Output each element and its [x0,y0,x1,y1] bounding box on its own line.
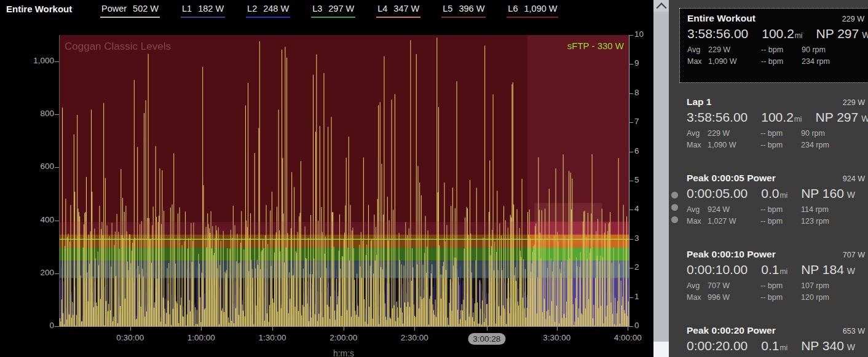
y-axis-left-tick [55,61,59,62]
card-max-row: Max996 W-- bpm120 rpm [687,293,867,302]
y-axis-right-tick-label: 1 [634,292,639,301]
card-np-unit: W [861,114,868,124]
legend-item-label: L5 [443,4,452,14]
card-title: Peak 0:00:20 Power [687,325,776,336]
stat-heart-rate: -- bpm [760,217,801,226]
card-max-row: Max1,090 W-- bpm234 rpm [687,57,867,66]
summary-card[interactable]: Entire Workout229 W3:58:56.00100.2miNP 2… [679,8,868,83]
stat-cadence: 107 rpm [801,281,829,290]
summary-card[interactable]: Lap 1229 W3:58:56.00100.2miNP 297WAvg229… [679,92,868,162]
legend-item-label: L3 [312,4,322,14]
x-axis-tick-label: 1:00:00 [187,333,215,342]
card-np-unit: W [847,266,855,276]
legend-item-l6[interactable]: L61,090 W [507,2,558,18]
card-title: Lap 1 [687,96,711,108]
stat-power: 1,090 W [708,57,761,66]
legend-item-l5[interactable]: L5396 W [441,2,486,18]
card-title: Entire Workout [687,13,756,24]
stat-heart-rate: -- bpm [760,281,801,290]
selection-scope-label[interactable]: Entire Workout [6,4,72,14]
y-axis-right-tick [629,210,633,210]
power-chart-plot: Coggan Classic Levels sFTP - 330 W [59,35,629,327]
card-headline-value: 229 W [843,98,867,107]
legend-item-value: 182 W [198,4,224,14]
stat-heart-rate: -- bpm [760,293,801,302]
card-distance: 0.1mi [761,339,787,353]
card-distance-unit: mi [779,267,787,276]
card-duration: 0:00:05.00 [687,186,748,201]
x-axis-tick-label: 1:30:00 [258,333,286,342]
y-axis-left-tick-label: 200 [23,268,54,277]
stat-power: 924 W [708,205,760,214]
y-axis-right-tick [629,326,633,327]
y-axis-right-tick-label: 0 [634,321,639,330]
card-np: NP 297W [816,110,868,125]
y-axis-right-tick [629,93,633,94]
legend-item-label: L2 [247,4,257,14]
y-axis-right-tick-label: 6 [634,146,639,155]
y-axis-left-tick [55,273,59,274]
scroll-up-button[interactable] [653,0,669,12]
card-summary-row: 0:00:10.000.1miNP 184W [687,262,867,277]
legend-item-label: Power [101,4,127,14]
card-distance: 0.1mi [761,262,787,277]
y-axis-right-tick-label: 9 [634,58,639,68]
chart-header: Entire Workout Power502 WL1182 WL2248 WL… [0,0,653,20]
legend-item-l2[interactable]: L2248 W [246,2,290,18]
legend-item-l3[interactable]: L3297 W [311,2,355,18]
stat-power: 707 W [708,281,760,290]
x-axis-tick [414,327,415,331]
summary-card[interactable]: Peak 0:00:10 Power707 W0:00:10.000.1miNP… [679,245,868,315]
panel-splitter-grip[interactable] [671,192,680,223]
legend-item-power[interactable]: Power502 W [100,2,160,18]
x-axis-tick [487,327,487,331]
y-axis-right-tick [629,268,633,269]
stat-cadence: 90 rpm [801,129,825,138]
card-np: NP 340W [801,339,855,353]
legend-item-l4[interactable]: L4347 W [376,2,420,18]
y-axis-right-tick-label: 10 [634,29,644,39]
card-distance-unit: mi [795,31,803,40]
sftp-label: sFTP - 330 W [567,41,624,51]
summary-sidebar: Entire Workout229 W3:58:56.00100.2miNP 2… [669,0,868,357]
stat-label: Max [687,57,708,66]
legend-item-value: 1,090 W [524,4,557,14]
card-distance: 0.0mi [761,186,787,201]
stat-label: Avg [687,205,708,214]
card-distance-unit: mi [794,115,802,124]
x-axis-tick-label: 2:00:00 [329,333,357,342]
x-axis-tick-label: 3:30:00 [543,333,570,342]
card-title: Peak 0:00:05 Power [687,173,776,184]
stat-label: Avg [687,129,708,138]
card-np-unit: W [847,342,855,352]
stat-cadence: 234 rpm [802,57,830,66]
card-summary-row: 3:58:56.00100.2miNP 297W [687,26,867,41]
x-axis-tick [557,327,558,331]
x-axis-cursor-label: 3:00:28 [468,333,505,345]
card-duration: 0:00:10.00 [687,262,748,277]
stat-power: 1,090 W [708,141,760,149]
vertical-scrollbar[interactable] [653,0,669,357]
stat-cadence: 120 rpm [801,293,829,302]
scrollbar-track-end[interactable] [653,342,669,357]
chart-title: Coggan Classic Levels [65,41,171,53]
summary-card[interactable]: Peak 0:00:20 Power653 W0:00:20.000.1miNP… [679,321,868,357]
legend-item-value: 396 W [459,4,484,14]
y-axis-right-tick [629,239,633,240]
x-axis-tick [130,327,131,331]
legend-item-value: 502 W [133,4,159,14]
app-root: Entire Workout Power502 WL1182 WL2248 WL… [0,0,868,357]
y-axis-right-tick [629,181,633,181]
power-chart-canvas[interactable] [60,35,629,326]
card-avg-row: Avg707 W-- bpm107 rpm [687,281,867,290]
card-headline-value: 229 W [842,15,867,23]
legend-item-label: L4 [377,4,387,14]
card-headline-value: 707 W [843,251,867,259]
legend-item-l1[interactable]: L1182 W [181,2,225,18]
y-axis-right-tick [629,35,633,36]
card-headline-value: 653 W [843,327,867,335]
card-np-unit: W [847,190,855,200]
summary-card[interactable]: Peak 0:00:05 Power924 W0:00:05.000.0miNP… [679,168,868,238]
card-max-row: Max1,027 W-- bpm123 rpm [687,217,867,226]
y-axis-left-tick [55,326,59,327]
